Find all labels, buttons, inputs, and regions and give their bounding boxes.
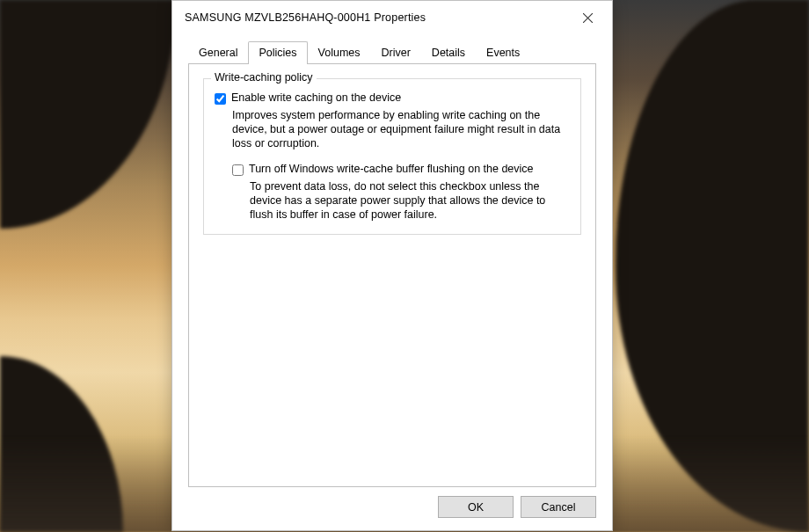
tab-general[interactable]: General: [188, 41, 248, 64]
enable-write-caching-row: Enable write caching on the device: [215, 91, 570, 105]
tab-policies[interactable]: Policies: [248, 41, 307, 64]
enable-write-caching-label[interactable]: Enable write caching on the device: [231, 91, 401, 104]
close-icon: [583, 13, 593, 23]
tab-driver[interactable]: Driver: [371, 41, 421, 64]
tab-events[interactable]: Events: [476, 41, 530, 64]
cancel-button[interactable]: Cancel: [521, 496, 596, 518]
turn-off-flush-section: Turn off Windows write-cache buffer flus…: [232, 163, 570, 222]
tab-panel-policies: Write-caching policy Enable write cachin…: [188, 64, 596, 487]
write-caching-policy-group: Write-caching policy Enable write cachin…: [203, 78, 581, 235]
titlebar: SAMSUNG MZVLB256HAHQ-000H1 Properties: [172, 1, 612, 34]
tab-volumes[interactable]: Volumes: [308, 41, 371, 64]
turn-off-flush-desc: To prevent data loss, do not select this…: [250, 179, 566, 222]
enable-write-caching-desc: Improves system performance by enabling …: [232, 108, 566, 150]
group-title: Write-caching policy: [211, 71, 317, 84]
ok-button[interactable]: OK: [438, 496, 514, 518]
turn-off-flush-row: Turn off Windows write-cache buffer flus…: [232, 163, 570, 176]
turn-off-flush-label[interactable]: Turn off Windows write-cache buffer flus…: [249, 163, 534, 175]
dialog-buttons: OK Cancel: [172, 487, 612, 530]
wallpaper-silhouette: [0, 0, 176, 229]
properties-dialog: SAMSUNG MZVLB256HAHQ-000H1 Properties Ge…: [171, 0, 613, 531]
enable-write-caching-checkbox[interactable]: [215, 93, 226, 105]
turn-off-flush-checkbox[interactable]: [232, 164, 244, 176]
window-title: SAMSUNG MZVLB256HAHQ-000H1 Properties: [185, 11, 568, 24]
tabstrip: General Policies Volumes Driver Details …: [172, 34, 612, 64]
tab-details[interactable]: Details: [421, 41, 476, 64]
close-button[interactable]: [568, 5, 607, 30]
